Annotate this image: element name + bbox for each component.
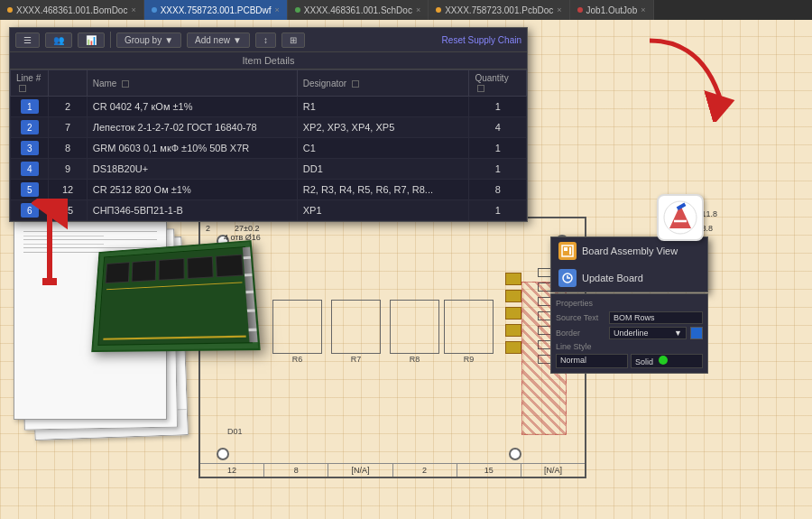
bom-table: Line # Name Designator Quantity 1 2 CR 0… <box>10 70 527 221</box>
props-row-linestyle: Line Style <box>556 342 703 351</box>
sort-button[interactable]: ↕ <box>255 32 276 48</box>
cell-desig-1: R1 <box>297 97 469 117</box>
small-comp-5 <box>505 341 521 354</box>
comp-box-r9: R9 <box>444 300 494 354</box>
red-arrow-up <box>32 199 68 292</box>
cell-qty-1: 1 <box>469 97 527 117</box>
view-icon: ⊞ <box>290 35 297 45</box>
svg-rect-8 <box>569 247 571 255</box>
comp-label-r7: R7 <box>351 355 362 364</box>
line-style-normal[interactable]: Normal <box>556 354 628 368</box>
cell-qty-5: 8 <box>469 180 527 200</box>
cell-desig-4: DD1 <box>297 159 469 180</box>
group-icon: 👥 <box>53 35 64 45</box>
group-icon-button[interactable]: 👥 <box>45 32 72 48</box>
cell-name-6: СНП346-5ВП21-1-В <box>87 200 297 221</box>
cell-num-5: 12 <box>49 180 87 200</box>
cell-line-1: 1 <box>11 97 49 117</box>
pcb-ic-3 <box>159 258 184 281</box>
pcb-ic-1 <box>106 262 130 283</box>
tab-label-outjob: Job1.OutJob <box>586 5 638 15</box>
pcb-ic-2 <box>132 260 157 282</box>
tab-close-schdoc[interactable]: × <box>416 5 420 14</box>
separator-1 <box>110 32 111 48</box>
add-new-label: Add new <box>195 35 230 45</box>
bottom-dim-row: 12 8 [N/A] 2 15 [N/A] <box>200 463 585 477</box>
col-header-designator[interactable]: Designator <box>297 70 469 97</box>
table-row: 5 12 CR 2512 820 Ом ±1% R2, R3, R4, R5, … <box>11 180 527 200</box>
border-label: Border <box>556 329 605 338</box>
cell-name-4: DS18B20U+ <box>87 159 297 180</box>
comp-label-r9: R9 <box>464 355 475 364</box>
table-header-row: Line # Name Designator Quantity <box>11 70 527 97</box>
update-board-icon <box>558 269 577 287</box>
tab-outjob[interactable]: Job1.OutJob × <box>570 0 654 20</box>
red-arrow-curved <box>632 32 740 125</box>
group-by-button[interactable]: Group by ▼ <box>116 32 181 48</box>
pcb-ic-4 <box>187 256 214 279</box>
col-header-name[interactable]: Name <box>87 70 297 97</box>
border-chevron: ▼ <box>674 329 682 338</box>
cell-qty-2: 4 <box>469 117 527 138</box>
altium-logo-inner <box>662 199 698 236</box>
cell-line-3: 3 <box>11 138 49 159</box>
bom-table-header: Item Details <box>10 52 527 70</box>
tab-pcbdoc[interactable]: XXXX.758723.001.PcbDoc × <box>429 0 569 20</box>
cell-desig-3: C1 <box>297 138 469 159</box>
small-comp-4 <box>505 324 521 337</box>
source-text-value[interactable]: BOM Rows <box>609 311 703 324</box>
cell-name-1: CR 0402 4,7 кОм ±1% <box>87 97 297 117</box>
bottom-label-8: 8 <box>263 464 328 477</box>
comp-label-d01: D01 <box>227 427 243 436</box>
board-assembly-icon <box>558 242 577 260</box>
col-header-line[interactable]: Line # <box>11 70 49 97</box>
group-by-label: Group by <box>125 35 161 45</box>
menu-item-board-assembly[interactable]: Board Assembly View <box>551 237 707 264</box>
table-row: 1 2 CR 0402 4,7 кОм ±1% R1 1 <box>11 97 527 117</box>
dim-value-27: 27±0.2 <box>235 224 259 233</box>
dim-drill-note: 4 отв Ø16 <box>224 233 261 242</box>
props-row-border: Border Underline ▼ <box>556 327 703 339</box>
line-style-solid[interactable]: Solid <box>631 354 703 368</box>
add-new-button[interactable]: Add new ▼ <box>187 32 250 48</box>
table-row: 4 9 DS18B20U+ DD1 1 <box>11 159 527 180</box>
small-comp-3 <box>505 307 521 320</box>
cell-qty-6: 1 <box>469 200 527 221</box>
props-row-source: Source Text BOM Rows <box>556 311 703 324</box>
tab-schdoc[interactable]: XXXX.468361.001.SchDoc × <box>288 0 429 20</box>
pcb-board-3d <box>91 240 260 352</box>
tab-close-bom[interactable]: × <box>131 5 135 14</box>
props-dropdown-row: Normal Solid <box>556 354 703 368</box>
line-style-solid-label: Solid <box>635 357 653 366</box>
view-button[interactable]: ⊞ <box>281 32 305 48</box>
table-row: 3 8 GRM 0603 0,1 мкФ ±10% 50В X7R C1 1 <box>11 138 527 159</box>
bottom-label-15: 15 <box>457 464 521 477</box>
cell-line-2: 2 <box>11 117 49 138</box>
col-header-quantity[interactable]: Quantity <box>469 70 527 97</box>
tab-bar: XXXX.468361.001.BomDoc × XXXX.758723.001… <box>0 0 812 20</box>
tab-close-pcbdoc[interactable]: × <box>557 5 561 14</box>
tab-close-outjob[interactable]: × <box>641 5 645 14</box>
hamburger-button[interactable]: ☰ <box>15 32 40 48</box>
tab-label-pcbdoc: XXXX.758723.001.PcbDoc <box>445 5 553 15</box>
comp-label-r8: R8 <box>410 355 420 364</box>
tab-pcbdwf[interactable]: XXXX.758723.001.PCBDwf × <box>144 0 288 20</box>
reset-supply-chain-button[interactable]: Reset Supply Chain <box>442 35 521 45</box>
dim-value-2-left: 2 <box>206 224 210 233</box>
cell-desig-2: XP2, XP3, XP4, XP5 <box>297 117 469 138</box>
menu-item-update-board[interactable]: Update Board <box>551 264 707 292</box>
tab-label-schdoc: XXXX.468361.001.SchDoc <box>304 5 412 15</box>
bottom-label-12: 12 <box>200 464 263 477</box>
border-color-box[interactable] <box>690 327 703 339</box>
chart-icon-button[interactable]: 📊 <box>78 32 105 48</box>
toolbar: ☰ 👥 📊 Group by ▼ Add new ▼ ↕ ⊞ Reset Sup… <box>10 28 527 52</box>
bottom-label-na1: [N/A] <box>328 464 392 477</box>
border-select[interactable]: Underline ▼ <box>609 327 687 339</box>
group-by-chevron: ▼ <box>164 35 173 45</box>
update-board-label: Update Board <box>582 273 643 283</box>
small-comp-2 <box>505 290 521 302</box>
tab-close-pcbdwf[interactable]: × <box>275 5 280 14</box>
cell-desig-5: R2, R3, R4, R5, R6, R7, R8... <box>297 180 469 200</box>
tab-bom[interactable]: XXXX.468361.001.BomDoc × <box>0 0 144 20</box>
dim-value-11-8: 11.8 <box>701 209 717 218</box>
